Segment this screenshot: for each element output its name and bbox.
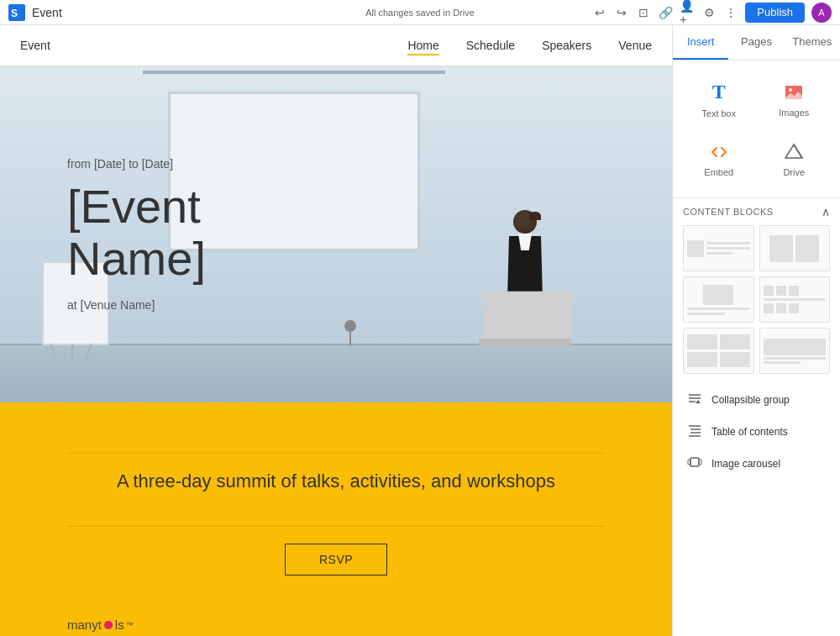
hero-date: from [Date] to [Date] (67, 157, 206, 171)
collapsible-group-label: Collapsible group (711, 394, 790, 406)
svg-rect-13 (688, 460, 690, 465)
insert-drive[interactable]: Drive (759, 132, 831, 187)
main-layout: Event Home Schedule Speakers Venue (0, 25, 840, 636)
content-blocks-header: CONTENT BLOCKS ∧ (673, 197, 840, 225)
hero-section: from [Date] to [Date] [EventName] at [Ve… (0, 66, 672, 402)
topbar: S Event All changes saved in Drive ↩ ↪ ⊡… (0, 0, 840, 25)
panel-tabs: Insert Pages Themes (673, 25, 840, 60)
toc-label: Table of contents (711, 426, 788, 438)
tab-insert[interactable]: Insert (673, 25, 728, 60)
redo-icon[interactable]: ↪ (614, 5, 629, 20)
tab-pages[interactable]: Pages (728, 25, 784, 60)
svg-rect-12 (690, 458, 699, 466)
topbar-left: S Event (8, 4, 592, 21)
images-label: Images (779, 108, 809, 118)
section-divider-top (67, 453, 605, 454)
section-subtitle: A three-day summit of talks, activities,… (117, 470, 555, 492)
brand-text: manyt (67, 618, 102, 632)
drive-label: Drive (783, 167, 805, 177)
svg-point-3 (789, 88, 792, 92)
brand-suffix: ls (115, 618, 124, 632)
carousel-icon (686, 455, 703, 473)
svg-rect-14 (699, 460, 701, 465)
hero-venue: at [Venue Name] (67, 298, 206, 312)
toc-icon (686, 423, 703, 441)
nav-link-venue[interactable]: Venue (618, 39, 652, 52)
insert-embed[interactable]: Embed (683, 132, 755, 187)
insert-grid: T Text box Images Embed (673, 60, 840, 197)
site-nav-logo: Event (20, 39, 50, 52)
more-icon[interactable]: ⋮ (723, 5, 738, 20)
content-blocks-label: CONTENT BLOCKS (683, 207, 774, 217)
save-status: All changes saved in Drive (365, 8, 475, 18)
images-icon (784, 82, 804, 102)
avatar[interactable]: A (811, 3, 832, 23)
link-icon[interactable]: 🔗 (658, 5, 673, 20)
block-thumb-3[interactable] (683, 276, 754, 323)
brand-tm: ™ (126, 621, 134, 629)
collapsible-group-item[interactable]: Collapsible group (680, 384, 833, 416)
special-items: Collapsible group Table of contents (673, 381, 840, 490)
brand-dot (104, 621, 113, 629)
section-divider-bottom (67, 526, 605, 527)
block-thumb-2[interactable] (759, 225, 831, 271)
tab-themes[interactable]: Themes (785, 25, 840, 60)
block-thumb-4[interactable] (759, 276, 831, 323)
yellow-section: A three-day summit of talks, activities,… (0, 402, 672, 636)
table-of-contents-item[interactable]: Table of contents (680, 416, 833, 448)
site-nav-links: Home Schedule Speakers Venue (407, 39, 652, 52)
svg-marker-7 (696, 400, 701, 403)
hero-content: from [Date] to [Date] [EventName] at [Ve… (67, 157, 206, 311)
block-thumb-5[interactable] (683, 328, 754, 374)
right-panel: Insert Pages Themes T Text box Images (672, 25, 840, 636)
rsvp-button[interactable]: RSVP (285, 544, 387, 576)
site-nav: Event Home Schedule Speakers Venue (0, 25, 672, 66)
add-user-icon[interactable]: 👤+ (680, 5, 695, 20)
text-box-icon: T (712, 81, 726, 103)
settings-icon[interactable]: ⚙ (701, 5, 717, 20)
app-title: Event (32, 6, 62, 19)
collapse-icon[interactable]: ∧ (822, 205, 830, 218)
drive-icon (784, 142, 804, 162)
text-box-label: Text box (701, 108, 736, 118)
block-thumb-1[interactable] (683, 225, 754, 271)
undo-icon[interactable]: ↩ (592, 5, 607, 20)
preview-icon[interactable]: ⊡ (636, 5, 651, 20)
image-carousel-item[interactable]: Image carousel (680, 448, 833, 480)
nav-link-home[interactable]: Home (407, 39, 438, 52)
embed-label: Embed (704, 167, 733, 177)
blocks-grid (673, 225, 840, 381)
embed-icon (709, 142, 729, 162)
collapsible-icon (686, 391, 703, 409)
svg-text:S: S (11, 8, 18, 19)
brand-logo: manyt ls ™ (67, 618, 134, 632)
nav-link-schedule[interactable]: Schedule (466, 39, 515, 52)
hero-title: [EventName] (67, 181, 206, 284)
insert-images[interactable]: Images (759, 71, 831, 129)
site-preview: Event Home Schedule Speakers Venue (0, 25, 672, 636)
topbar-right: ↩ ↪ ⊡ 🔗 👤+ ⚙ ⋮ Publish A (592, 3, 832, 23)
insert-text-box[interactable]: T Text box (683, 71, 755, 129)
carousel-label: Image carousel (711, 458, 780, 470)
canvas-area: Event Home Schedule Speakers Venue (0, 25, 672, 636)
block-thumb-6[interactable] (759, 328, 831, 374)
nav-link-speakers[interactable]: Speakers (542, 39, 591, 52)
publish-button[interactable]: Publish (745, 3, 805, 23)
app-icon: S (8, 4, 25, 21)
